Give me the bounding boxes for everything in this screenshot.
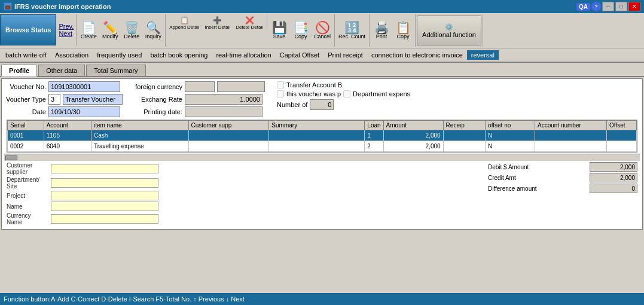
association-button[interactable]: Association: [51, 50, 93, 60]
help-button[interactable]: ?: [591, 2, 601, 11]
batch-book-button[interactable]: batch book opening: [146, 50, 212, 60]
name-input[interactable]: [51, 202, 158, 211]
cell-account-number: [535, 130, 607, 141]
additional-function-icon: ⚙️: [445, 23, 453, 31]
transfer-account-checkbox[interactable]: [277, 81, 284, 89]
cancel-icon: 🚫: [315, 22, 330, 33]
voucher-type-code-input[interactable]: [48, 94, 60, 105]
minimize-button[interactable]: ─: [602, 2, 614, 11]
tab-total-summary[interactable]: Total Summary: [86, 65, 145, 76]
voucher-no-input[interactable]: [48, 81, 120, 92]
project-input[interactable]: [51, 191, 158, 200]
tab-other-data[interactable]: Other data: [38, 65, 85, 76]
append-detail-icon: 📋: [180, 16, 189, 25]
cell-summary: [269, 130, 365, 141]
maximize-button[interactable]: □: [615, 2, 627, 11]
department-input[interactable]: [51, 178, 158, 188]
difference-label: Difference amount: [488, 185, 548, 192]
date-input[interactable]: [48, 106, 120, 117]
col-offset: Offset: [607, 121, 637, 130]
foreign-currency-input1[interactable]: [185, 81, 215, 92]
col-account-number: Account number: [535, 121, 607, 130]
this-voucher-checkbox[interactable]: [277, 90, 284, 97]
capital-offset-button[interactable]: Capital Offset: [276, 50, 323, 60]
col-item-name: item name: [91, 121, 188, 130]
create-button[interactable]: 📄 Create: [78, 16, 99, 45]
print-button[interactable]: 🖨️ Print: [371, 16, 392, 45]
difference-input: [590, 184, 637, 193]
delete-icon: 🗑️: [124, 22, 139, 33]
cell-offset-no: N: [486, 141, 535, 152]
status-text: Function button:A-Add C-Correct D-Delete…: [4, 295, 245, 303]
delete-button[interactable]: 🗑️ Delete: [121, 16, 142, 45]
reversal-button[interactable]: reversal: [467, 50, 499, 60]
batch-writeoff-button[interactable]: batch write-off: [1, 50, 51, 60]
cell-summary: [269, 141, 365, 152]
cell-item-name: Cash: [91, 130, 188, 141]
date-label: Date: [4, 108, 46, 115]
prev-button[interactable]: Prev.: [59, 23, 74, 30]
currency-row: Currency Name: [7, 212, 486, 225]
cancel-button[interactable]: 🚫 Cancel: [312, 16, 333, 45]
print-icon: 🖨️: [374, 22, 389, 33]
cell-receip: [443, 130, 485, 141]
tab-profile[interactable]: Profile: [1, 65, 37, 77]
number-of-input[interactable]: [310, 99, 334, 110]
col-receip: Receip: [443, 121, 485, 130]
table-row[interactable]: 0002 6040 Travelling expense 2 2,000 N: [8, 141, 637, 152]
create-icon: 📄: [81, 22, 96, 33]
voucher-type-row: Voucher Type: [4, 94, 123, 105]
title-bar: 💼 IFRS voucher import operation QA ? ─ □…: [0, 0, 644, 13]
browse-status-button[interactable]: Browse Status: [0, 14, 56, 45]
close-button[interactable]: ✕: [628, 2, 640, 11]
department-expense-checkbox[interactable]: [343, 90, 350, 97]
inquiry-button[interactable]: 🔍 Inquiry: [142, 16, 164, 45]
additional-function-button[interactable]: ⚙️ Additional function: [417, 16, 481, 45]
copy-button[interactable]: 📑 Copy: [290, 16, 312, 45]
copy2-icon: 📋: [396, 22, 411, 33]
save-button[interactable]: 💾 Save: [268, 16, 290, 45]
copy2-button[interactable]: 📋 Copy: [392, 16, 414, 45]
printing-date-label: Printing date:: [135, 108, 182, 115]
cell-offset: [607, 130, 637, 141]
grid-section: Serial Account item name Customer supp S…: [7, 120, 637, 152]
print-receipt-button[interactable]: Print receipt: [323, 50, 367, 60]
customer-supplier-label: Customer supplier: [7, 162, 48, 175]
customer-supplier-input[interactable]: [51, 164, 158, 173]
scrollbar-thumb[interactable]: [5, 155, 17, 160]
exchange-rate-input[interactable]: [185, 94, 263, 105]
table-row[interactable]: 0001 1105 Cash 1 2,000 N: [8, 130, 637, 141]
voucher-type-label: Voucher Type: [4, 96, 46, 103]
rec-count-button[interactable]: 🔢 Rec. Count: [336, 16, 368, 45]
tabs-row: Profile Other data Total Summary: [0, 63, 644, 77]
append-detail-button[interactable]: 📋 Append Detail: [167, 16, 202, 30]
insert-detail-button[interactable]: ➕ Insert Detail: [203, 16, 233, 30]
title-bar-text: IFRS voucher import operation: [14, 3, 111, 10]
voucher-type-name-input[interactable]: [63, 94, 123, 105]
connection-invoice-button[interactable]: connection to electronic invoice: [367, 50, 467, 60]
currency-input[interactable]: [51, 214, 158, 224]
qa-button[interactable]: QA: [576, 3, 590, 11]
cell-receip: [443, 141, 485, 152]
horizontal-scrollbar[interactable]: [4, 154, 640, 161]
department-label: Department/ Site: [7, 176, 48, 190]
col-customer-supp: Customer supp: [188, 121, 269, 130]
bottom-section: Customer supplier Department/ Site Proje…: [4, 161, 640, 227]
project-label: Project: [7, 193, 48, 199]
foreign-currency-input2[interactable]: [217, 81, 265, 92]
delete-detail-button[interactable]: ❌ Delete Detail: [233, 16, 265, 30]
realtime-allocation-button[interactable]: real-time allocation: [212, 50, 275, 60]
printing-date-input[interactable]: [185, 106, 263, 117]
cell-account-number: [535, 141, 607, 152]
department-expense-label: Department expens: [353, 90, 410, 97]
credit-amount-input: [590, 173, 637, 182]
col-loan: Loan: [365, 121, 383, 130]
frequently-used-button[interactable]: frequently used: [93, 50, 146, 60]
date-row: Date: [4, 106, 123, 117]
voucher-no-row: Voucher No.: [4, 81, 123, 92]
cell-amount: 2,000: [383, 141, 443, 152]
next-button[interactable]: Next: [59, 30, 74, 37]
cell-account: 6040: [44, 141, 91, 152]
modify-button[interactable]: ✏️ Modify: [99, 16, 121, 45]
copy-icon: 📑: [294, 22, 309, 33]
